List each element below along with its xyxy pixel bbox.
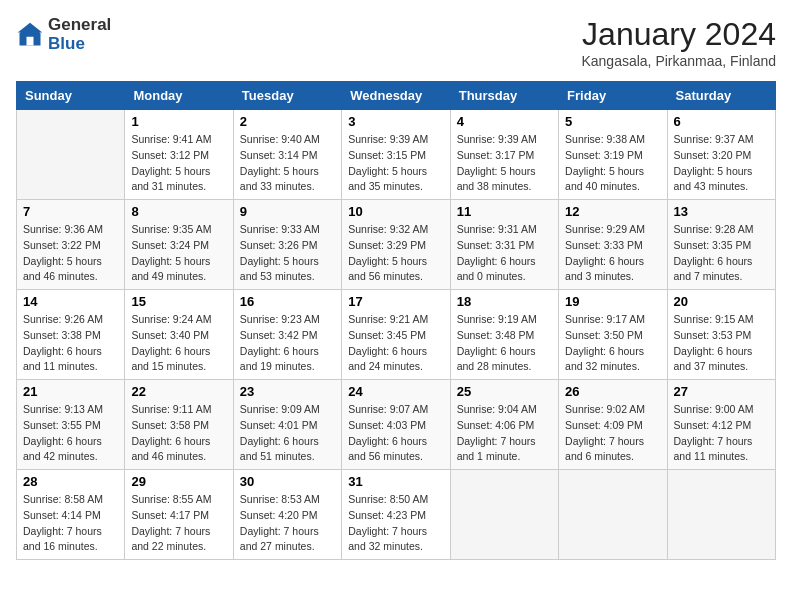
day-number: 21 [23,384,118,399]
calendar-cell: 16Sunrise: 9:23 AMSunset: 3:42 PMDayligh… [233,290,341,380]
day-number: 19 [565,294,660,309]
calendar-cell: 25Sunrise: 9:04 AMSunset: 4:06 PMDayligh… [450,380,558,470]
logo: General Blue [16,16,111,53]
day-info: Sunrise: 8:53 AMSunset: 4:20 PMDaylight:… [240,492,335,555]
day-number: 8 [131,204,226,219]
day-number: 1 [131,114,226,129]
calendar-cell: 11Sunrise: 9:31 AMSunset: 3:31 PMDayligh… [450,200,558,290]
calendar-cell: 27Sunrise: 9:00 AMSunset: 4:12 PMDayligh… [667,380,775,470]
day-number: 15 [131,294,226,309]
calendar-cell: 10Sunrise: 9:32 AMSunset: 3:29 PMDayligh… [342,200,450,290]
logo-general: General [48,15,111,34]
calendar-cell: 3Sunrise: 9:39 AMSunset: 3:15 PMDaylight… [342,110,450,200]
day-number: 11 [457,204,552,219]
calendar-cell: 28Sunrise: 8:58 AMSunset: 4:14 PMDayligh… [17,470,125,560]
day-number: 10 [348,204,443,219]
calendar-cell [17,110,125,200]
day-number: 16 [240,294,335,309]
calendar-cell: 19Sunrise: 9:17 AMSunset: 3:50 PMDayligh… [559,290,667,380]
calendar-cell: 24Sunrise: 9:07 AMSunset: 4:03 PMDayligh… [342,380,450,470]
calendar-header: SundayMondayTuesdayWednesdayThursdayFrid… [17,82,776,110]
day-number: 24 [348,384,443,399]
day-info: Sunrise: 9:35 AMSunset: 3:24 PMDaylight:… [131,222,226,285]
day-info: Sunrise: 9:31 AMSunset: 3:31 PMDaylight:… [457,222,552,285]
day-info: Sunrise: 9:11 AMSunset: 3:58 PMDaylight:… [131,402,226,465]
week-row-2: 14Sunrise: 9:26 AMSunset: 3:38 PMDayligh… [17,290,776,380]
day-number: 17 [348,294,443,309]
day-number: 13 [674,204,769,219]
calendar-cell: 4Sunrise: 9:39 AMSunset: 3:17 PMDaylight… [450,110,558,200]
day-info: Sunrise: 9:39 AMSunset: 3:17 PMDaylight:… [457,132,552,195]
calendar-cell [667,470,775,560]
calendar-cell: 20Sunrise: 9:15 AMSunset: 3:53 PMDayligh… [667,290,775,380]
day-number: 26 [565,384,660,399]
day-info: Sunrise: 9:15 AMSunset: 3:53 PMDaylight:… [674,312,769,375]
subtitle: Kangasala, Pirkanmaa, Finland [581,53,776,69]
day-info: Sunrise: 9:29 AMSunset: 3:33 PMDaylight:… [565,222,660,285]
calendar-cell: 31Sunrise: 8:50 AMSunset: 4:23 PMDayligh… [342,470,450,560]
day-number: 4 [457,114,552,129]
day-info: Sunrise: 9:40 AMSunset: 3:14 PMDaylight:… [240,132,335,195]
day-info: Sunrise: 9:17 AMSunset: 3:50 PMDaylight:… [565,312,660,375]
day-info: Sunrise: 9:13 AMSunset: 3:55 PMDaylight:… [23,402,118,465]
logo-text: General Blue [48,16,111,53]
day-number: 5 [565,114,660,129]
calendar-cell: 26Sunrise: 9:02 AMSunset: 4:09 PMDayligh… [559,380,667,470]
day-number: 20 [674,294,769,309]
weekday-header-monday: Monday [125,82,233,110]
calendar-table: SundayMondayTuesdayWednesdayThursdayFrid… [16,81,776,560]
day-info: Sunrise: 9:02 AMSunset: 4:09 PMDaylight:… [565,402,660,465]
day-info: Sunrise: 9:32 AMSunset: 3:29 PMDaylight:… [348,222,443,285]
day-info: Sunrise: 9:39 AMSunset: 3:15 PMDaylight:… [348,132,443,195]
day-info: Sunrise: 9:28 AMSunset: 3:35 PMDaylight:… [674,222,769,285]
calendar-cell: 21Sunrise: 9:13 AMSunset: 3:55 PMDayligh… [17,380,125,470]
title-area: January 2024 Kangasala, Pirkanmaa, Finla… [581,16,776,69]
weekday-header-sunday: Sunday [17,82,125,110]
calendar-cell: 23Sunrise: 9:09 AMSunset: 4:01 PMDayligh… [233,380,341,470]
calendar-cell: 5Sunrise: 9:38 AMSunset: 3:19 PMDaylight… [559,110,667,200]
day-number: 30 [240,474,335,489]
day-number: 9 [240,204,335,219]
calendar-cell: 1Sunrise: 9:41 AMSunset: 3:12 PMDaylight… [125,110,233,200]
calendar-cell: 2Sunrise: 9:40 AMSunset: 3:14 PMDaylight… [233,110,341,200]
day-number: 22 [131,384,226,399]
day-info: Sunrise: 9:00 AMSunset: 4:12 PMDaylight:… [674,402,769,465]
calendar-body: 1Sunrise: 9:41 AMSunset: 3:12 PMDaylight… [17,110,776,560]
day-number: 7 [23,204,118,219]
day-info: Sunrise: 9:04 AMSunset: 4:06 PMDaylight:… [457,402,552,465]
calendar-cell: 12Sunrise: 9:29 AMSunset: 3:33 PMDayligh… [559,200,667,290]
calendar-cell: 18Sunrise: 9:19 AMSunset: 3:48 PMDayligh… [450,290,558,380]
day-info: Sunrise: 9:33 AMSunset: 3:26 PMDaylight:… [240,222,335,285]
calendar-cell: 6Sunrise: 9:37 AMSunset: 3:20 PMDaylight… [667,110,775,200]
calendar-cell: 22Sunrise: 9:11 AMSunset: 3:58 PMDayligh… [125,380,233,470]
weekday-header-saturday: Saturday [667,82,775,110]
day-number: 3 [348,114,443,129]
day-number: 6 [674,114,769,129]
calendar-cell: 17Sunrise: 9:21 AMSunset: 3:45 PMDayligh… [342,290,450,380]
day-info: Sunrise: 9:09 AMSunset: 4:01 PMDaylight:… [240,402,335,465]
day-info: Sunrise: 9:41 AMSunset: 3:12 PMDaylight:… [131,132,226,195]
calendar-cell: 14Sunrise: 9:26 AMSunset: 3:38 PMDayligh… [17,290,125,380]
day-number: 14 [23,294,118,309]
day-number: 25 [457,384,552,399]
calendar-cell: 13Sunrise: 9:28 AMSunset: 3:35 PMDayligh… [667,200,775,290]
weekday-header-row: SundayMondayTuesdayWednesdayThursdayFrid… [17,82,776,110]
day-info: Sunrise: 9:23 AMSunset: 3:42 PMDaylight:… [240,312,335,375]
logo-icon [16,21,44,49]
day-number: 31 [348,474,443,489]
day-info: Sunrise: 9:21 AMSunset: 3:45 PMDaylight:… [348,312,443,375]
day-info: Sunrise: 9:37 AMSunset: 3:20 PMDaylight:… [674,132,769,195]
logo-blue: Blue [48,34,85,53]
page-header: General Blue January 2024 Kangasala, Pir… [16,16,776,69]
day-number: 28 [23,474,118,489]
calendar-cell [450,470,558,560]
day-number: 18 [457,294,552,309]
weekday-header-friday: Friday [559,82,667,110]
weekday-header-tuesday: Tuesday [233,82,341,110]
week-row-1: 7Sunrise: 9:36 AMSunset: 3:22 PMDaylight… [17,200,776,290]
calendar-cell: 7Sunrise: 9:36 AMSunset: 3:22 PMDaylight… [17,200,125,290]
day-number: 12 [565,204,660,219]
calendar-cell: 8Sunrise: 9:35 AMSunset: 3:24 PMDaylight… [125,200,233,290]
calendar-cell: 30Sunrise: 8:53 AMSunset: 4:20 PMDayligh… [233,470,341,560]
day-number: 27 [674,384,769,399]
